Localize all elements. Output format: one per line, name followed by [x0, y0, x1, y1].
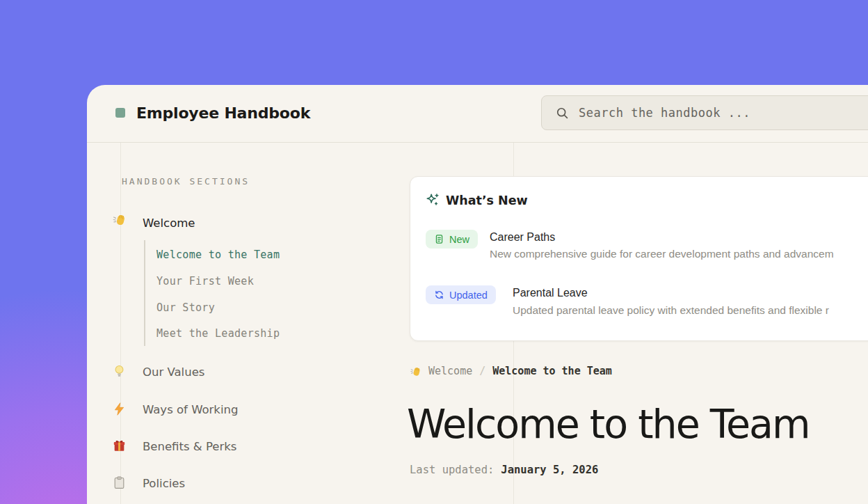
whats-new-item-title[interactable]: Career Paths — [490, 231, 555, 244]
sparkles-icon — [425, 192, 440, 207]
sidebar-subitem-meet-the-leadership[interactable]: Meet the Leadership — [156, 327, 280, 340]
sidebar-item-ways-of-working[interactable]: Ways of Working — [143, 403, 238, 416]
lightbulb-icon — [112, 364, 127, 379]
waving-hand-icon — [112, 212, 127, 227]
waving-hand-icon — [410, 365, 421, 377]
last-updated-label: Last updated: — [410, 464, 494, 476]
sidebar-item-welcome[interactable]: Welcome — [143, 216, 195, 230]
app-logo — [115, 108, 125, 118]
search-icon — [556, 107, 569, 120]
whats-new-item-description: New comprehensive guide for career devel… — [490, 248, 834, 260]
whats-new-item-title[interactable]: Parental Leave — [513, 287, 588, 299]
lightning-icon — [112, 402, 127, 416]
new-badge-label: New — [449, 234, 469, 245]
breadcrumb-section[interactable]: Welcome — [428, 365, 472, 377]
header-divider — [87, 142, 868, 143]
sidebar-subitem-welcome-to-the-team[interactable]: Welcome to the Team — [156, 249, 280, 261]
sidebar-subitem-our-story[interactable]: Our Story — [156, 301, 215, 314]
gift-icon — [112, 439, 127, 453]
sidebar-section-label: HANDBOOK SECTIONS — [122, 176, 250, 187]
new-badge: New — [426, 230, 478, 249]
app-title: Employee Handbook — [136, 104, 310, 122]
sidebar-item-our-values[interactable]: Our Values — [143, 365, 204, 379]
breadcrumb-page[interactable]: Welcome to the Team — [492, 365, 612, 377]
breadcrumb-separator: / — [479, 365, 485, 377]
sidebar-subsection-rule — [144, 240, 145, 346]
last-updated-value: January 5, 2026 — [501, 464, 598, 476]
whats-new-title: What’s New — [446, 194, 528, 207]
search-input[interactable] — [579, 106, 868, 120]
breadcrumb: Welcome / Welcome to the Team — [410, 365, 612, 377]
page-title: Welcome to the Team — [407, 401, 810, 447]
sync-icon — [434, 290, 444, 300]
clipboard-icon — [112, 475, 127, 490]
screen: { "app": { "title": "Employee Handbook",… — [0, 0, 868, 504]
sidebar-item-policies[interactable]: Policies — [143, 477, 185, 490]
document-icon — [434, 234, 444, 244]
whats-new-item-description: Updated parental leave policy with exten… — [513, 304, 829, 317]
search-box[interactable] — [541, 95, 868, 130]
last-updated: Last updated:January 5, 2026 — [410, 464, 598, 476]
whats-new-card: What’s New New Career Paths New comprehe… — [410, 176, 868, 341]
sidebar-subitem-your-first-week[interactable]: Your First Week — [156, 275, 254, 288]
sidebar-item-benefits-perks[interactable]: Benefits & Perks — [143, 440, 236, 453]
updated-badge: Updated — [426, 285, 496, 304]
updated-badge-label: Updated — [449, 290, 488, 301]
